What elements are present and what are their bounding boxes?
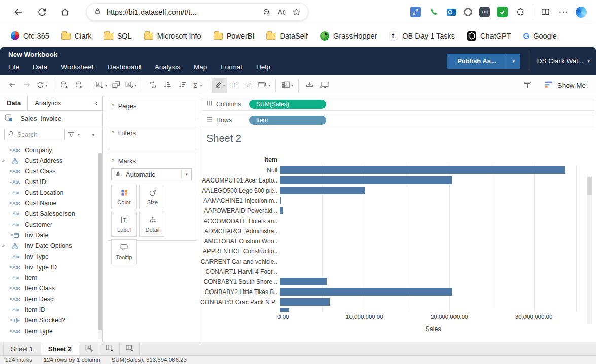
toolbar-new-data-source-button[interactable]: [57, 78, 72, 93]
row-label-accomodate[interactable]: ACCOMODATE Hotels an..: [200, 216, 279, 226]
bar[interactable]: [280, 298, 330, 306]
column-field-header[interactable]: Item: [200, 156, 279, 163]
sheet-tab-sheet-2[interactable]: Sheet 2: [41, 342, 79, 355]
publish-dropdown-icon[interactable]: ▾: [507, 54, 520, 69]
row-label-aalego500[interactable]: AALEGO500 Lego 500 pie..: [200, 186, 279, 196]
row-label-carrent[interactable]: CARRENT Car and vehicle..: [200, 257, 279, 267]
search-box[interactable]: [4, 129, 65, 140]
loop-ring-icon[interactable]: [464, 8, 472, 16]
row-label-conbaby1[interactable]: CONBABY1 South Shore ..: [200, 277, 279, 287]
bar-partial[interactable]: [280, 308, 289, 312]
sheet-tab-sheet-1[interactable]: Sheet 1: [3, 342, 41, 355]
rows-shelf[interactable]: Rows Item: [202, 114, 594, 126]
toolbar-presentation-mode-button[interactable]: [317, 78, 332, 93]
collapse-icon[interactable]: ^: [112, 103, 114, 109]
outlook-icon[interactable]: [446, 7, 457, 17]
collapse-icon[interactable]: ^: [112, 130, 114, 136]
zoom-out-icon[interactable]: [263, 8, 271, 16]
account-menu[interactable]: DS Clark Wal... ▾: [537, 57, 590, 65]
row-label-aapoweraid[interactable]: AAPOWERAID Poweraid ..: [200, 206, 279, 216]
publish-as-label[interactable]: Publish As...: [447, 54, 507, 69]
field-item-class[interactable]: =AbcItem Class: [0, 283, 102, 294]
bookmark-ob-day-1-tasks[interactable]: t.OB Day 1 Tasks: [384, 29, 460, 43]
field-item-stocked[interactable]: =T|FItem Stocked?: [0, 315, 102, 325]
menu-worksheet[interactable]: Worksheet: [61, 63, 93, 71]
toolbar-show-mark-labels-button[interactable]: T: [227, 78, 241, 93]
extensions-puzzle-icon[interactable]: [515, 7, 525, 17]
expand-icon[interactable]: >: [0, 243, 7, 248]
toolbar-clear-sheet-button[interactable]: ▾: [123, 78, 138, 93]
field-inv-type[interactable]: =AbcInv Type: [0, 251, 102, 262]
marks-size-button[interactable]: Size: [139, 185, 165, 209]
field-cust-name[interactable]: =AbcCust Name: [0, 198, 102, 208]
home-button[interactable]: [56, 4, 74, 21]
bookmark-powerbi[interactable]: PowerBI: [209, 30, 259, 42]
datasource-item[interactable]: _Sales_Invoice: [0, 111, 102, 126]
fields-menu-icon[interactable]: ▾: [92, 132, 98, 137]
bar[interactable]: [280, 207, 283, 214]
row-label-conairt1[interactable]: CONAIRT1 Harvil 4 Foot ..: [200, 267, 279, 277]
copilot-icon[interactable]: [576, 7, 587, 18]
filters-shelf[interactable]: ^Filters: [107, 126, 196, 149]
phone-icon[interactable]: [428, 7, 439, 17]
row-label-apprentice[interactable]: APPRENTICE Constructio..: [200, 246, 279, 257]
marks-tooltip-button[interactable]: Tooltip: [111, 239, 137, 264]
bar[interactable]: [280, 278, 327, 285]
toolbar-pause-auto-updates-button[interactable]: [72, 78, 86, 93]
row-label-admcharge[interactable]: ADMCHARGE Administra..: [200, 226, 279, 236]
green-check-icon[interactable]: [497, 7, 508, 17]
bar[interactable]: [280, 176, 452, 184]
toolbar-sort-ascending-button[interactable]: [160, 78, 175, 93]
remote-session-icon[interactable]: [410, 7, 421, 17]
field-cust-id[interactable]: =AbcCust ID: [0, 176, 102, 187]
more-options-icon[interactable]: ⋯: [558, 7, 569, 17]
refresh-button[interactable]: [32, 4, 51, 21]
split-screen-icon[interactable]: [540, 7, 551, 17]
menu-format[interactable]: Format: [221, 63, 242, 71]
field-cust-salesperson[interactable]: =AbcCust Salesperson: [0, 208, 102, 219]
marks-label-button[interactable]: TLabel: [111, 212, 137, 237]
tab-data[interactable]: Data: [0, 96, 28, 110]
back-button[interactable]: [9, 4, 27, 21]
row-label-null[interactable]: Null: [200, 165, 279, 175]
toolbar-download-button[interactable]: [302, 78, 317, 93]
search-input[interactable]: [17, 131, 58, 138]
favorite-star-icon[interactable]: [292, 8, 301, 16]
share-signpost-button[interactable]: [520, 78, 535, 93]
filter-caret-icon[interactable]: ▾: [78, 132, 80, 137]
toolbar-replay-button[interactable]: ▾: [34, 78, 49, 93]
field-cust-address[interactable]: >Cust Address: [0, 155, 102, 166]
toolbar-annotate-button[interactable]: [241, 78, 256, 93]
menu-analysis[interactable]: Analysis: [155, 63, 180, 71]
data-pane-scrollbar[interactable]: [98, 153, 102, 339]
bookmark-sql[interactable]: SQL: [99, 30, 136, 42]
field-inv-date-options[interactable]: >Inv Date Options: [0, 240, 102, 251]
toolbar-show-hide-cards-button[interactable]: ▾: [279, 78, 295, 93]
menu-map[interactable]: Map: [194, 63, 207, 71]
field-item-type[interactable]: =AbcItem Type: [0, 325, 102, 336]
bar[interactable]: [280, 197, 281, 204]
field-customer[interactable]: =AbcCustomer: [0, 219, 102, 230]
bookmark-ofc-365[interactable]: Ofc 365: [6, 29, 54, 42]
toolbar-new-worksheet-button[interactable]: ▾: [94, 78, 109, 93]
row-label-conbaby2[interactable]: CONBABY2 Little Tikes B..: [200, 287, 279, 297]
toolbar-totals-button[interactable]: Σ▾: [190, 78, 204, 93]
columns-shelf[interactable]: Columns SUM(Sales): [202, 98, 594, 111]
field-item[interactable]: =AbcItem: [0, 272, 102, 283]
bar[interactable]: [280, 288, 452, 296]
toolbar-sort-descending-button[interactable]: [175, 78, 190, 93]
menu-data[interactable]: Data: [33, 63, 48, 71]
bookmark-microsoft-info[interactable]: Microsoft Info: [139, 30, 206, 42]
bookmark-clark[interactable]: Clark: [57, 30, 96, 42]
password-dots-icon[interactable]: [479, 7, 490, 17]
scrollbar-thumb[interactable]: [98, 153, 102, 330]
expand-icon[interactable]: >: [0, 158, 7, 163]
chart-scrollbar[interactable]: [587, 176, 592, 324]
row-label-conbaby3[interactable]: CONBABY3 Grac Pack N P..: [200, 297, 279, 307]
address-bar[interactable]: https://bi1.dataself.com/t/t...: [86, 3, 308, 21]
toolbar-undo-button[interactable]: [5, 78, 20, 93]
chevron-down-icon[interactable]: ▾: [181, 170, 191, 179]
collapse-icon[interactable]: ^: [112, 158, 114, 164]
show-me-button[interactable]: Show Me: [545, 81, 586, 90]
field-cust-location[interactable]: =AbcCust Location: [0, 187, 102, 198]
